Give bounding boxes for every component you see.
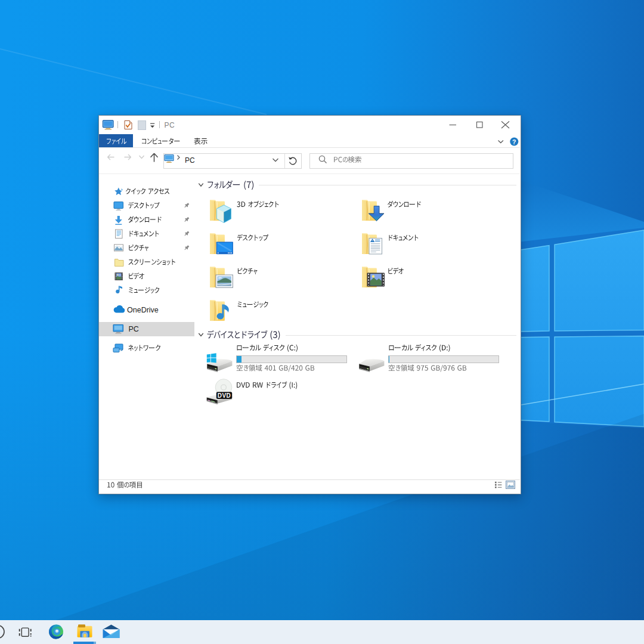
svg-text:DVD: DVD xyxy=(218,392,231,399)
svg-text:?: ? xyxy=(512,138,516,145)
